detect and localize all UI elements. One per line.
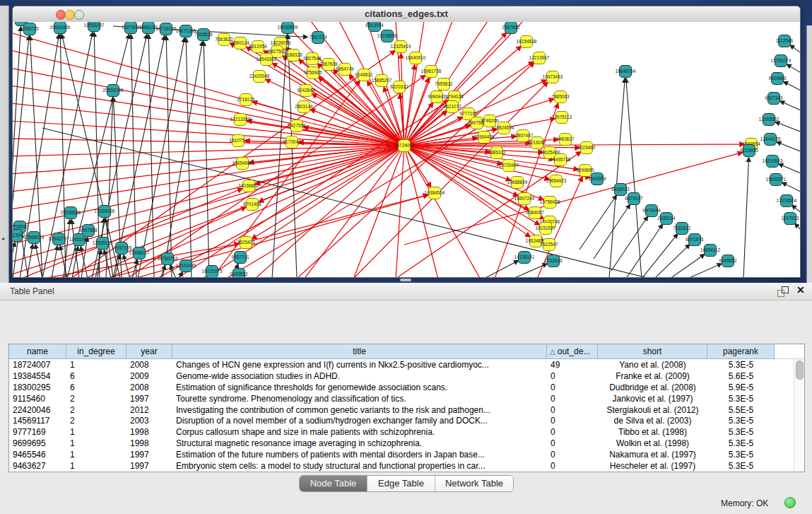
float-panel-icon[interactable] <box>777 286 789 296</box>
tab-node-table[interactable]: Node Table <box>300 476 367 491</box>
table-cell[interactable]: 2009 <box>126 371 172 381</box>
table-cell[interactable]: 2 <box>66 394 126 404</box>
table-cell[interactable]: Corpus callosum shape and size in male p… <box>172 427 547 437</box>
table-cell[interactable]: 5.3E-5 <box>707 438 775 448</box>
table-cell[interactable]: Estimation of significance thresholds fo… <box>172 382 547 392</box>
table-row[interactable]: 911546021997Tourette syndrome. Phenomeno… <box>9 393 804 404</box>
table-cell[interactable]: 1 <box>66 438 126 448</box>
table-cell[interactable]: 1 <box>66 427 126 437</box>
table-cell[interactable]: 1 <box>66 461 126 471</box>
column-header-short[interactable]: short <box>598 344 707 359</box>
right-panel-collapse-strip[interactable] <box>806 25 812 283</box>
table-cell[interactable]: Investigating the contribution of common… <box>172 405 547 415</box>
table-cell[interactable]: 9463627 <box>9 461 66 471</box>
network-window-titlebar[interactable]: citations_edges.txt <box>13 6 800 23</box>
table-row[interactable]: 977716911998Corpus callosum shape and si… <box>9 426 804 438</box>
table-row[interactable]: 1872400712008Changes of HCN gene express… <box>9 359 804 370</box>
table-cell[interactable]: 18300295 <box>9 382 66 392</box>
table-row[interactable]: 2242004622012Investigating the contribut… <box>9 404 804 416</box>
column-header-title[interactable]: title <box>172 344 547 359</box>
table-cell[interactable]: de Silva et al. (2003) <box>598 416 707 426</box>
table-row[interactable]: 1938455462009Genome-wide association stu… <box>9 370 804 382</box>
column-header-in-degree[interactable]: in_degree <box>66 344 126 359</box>
table-cell[interactable]: 5.5E-5 <box>707 405 775 415</box>
table-cell[interactable]: Stergiakouli et al. (2012) <box>598 405 707 415</box>
collapse-left-arrow-icon[interactable]: ◂ <box>1 236 4 242</box>
table-cell[interactable]: 0 <box>547 438 598 448</box>
table-cell[interactable]: 14569117 <box>9 416 66 426</box>
tab-edge-table[interactable]: Edge Table <box>367 476 435 491</box>
table-cell[interactable]: 49 <box>547 360 598 370</box>
table-cell[interactable]: Genome-wide association studies in ADHD. <box>172 371 547 381</box>
memory-ok-indicator[interactable] <box>784 497 796 508</box>
table-cell[interactable]: 0 <box>547 405 598 415</box>
table-row[interactable]: 946554611997Estimation of the future num… <box>9 449 804 460</box>
table-cell[interactable]: Tibbo et al. (1998) <box>598 427 707 437</box>
table-cell[interactable]: Nakamura et al. (1997) <box>598 450 707 460</box>
table-cell[interactable]: Dudbridge et al. (2008) <box>598 382 707 392</box>
table-row[interactable]: 969969511998Structural magnetic resonanc… <box>9 438 804 449</box>
table-cell[interactable]: 2012 <box>126 405 172 415</box>
table-cell[interactable]: Embryonic stem cells: a model to study s… <box>172 461 547 471</box>
table-cell[interactable]: 1997 <box>126 394 172 404</box>
table-cell[interactable]: 1997 <box>126 450 172 460</box>
left-panel-collapse-strip[interactable]: ◂ <box>0 6 9 283</box>
table-cell[interactable]: 2 <box>66 416 126 426</box>
table-row[interactable]: 946362711997Embryonic stem cells: a mode… <box>9 460 804 472</box>
table-cell[interactable]: 5.3E-5 <box>707 416 775 426</box>
table-cell[interactable]: 5.3E-5 <box>707 360 775 370</box>
table-cell[interactable]: Hescheler et al. (1997) <box>598 461 707 471</box>
column-header-year[interactable]: year <box>126 344 172 359</box>
table-cell[interactable]: 18724007 <box>9 360 66 370</box>
table-cell[interactable]: 9699695 <box>9 438 66 448</box>
table-cell[interactable]: 0 <box>547 450 598 460</box>
table-cell[interactable]: 19384554 <box>9 371 66 381</box>
table-cell[interactable]: 5.3E-5 <box>707 427 775 437</box>
table-cell[interactable]: 0 <box>547 382 598 392</box>
table-cell[interactable]: 5.9E-5 <box>707 382 775 392</box>
table-cell[interactable]: Yano et al. (2008) <box>598 360 707 370</box>
table-cell[interactable]: Jankovic et al. (1997) <box>598 394 707 404</box>
table-cell[interactable]: 6 <box>66 371 126 381</box>
table-cell[interactable]: 5.3E-5 <box>707 450 775 460</box>
table-cell[interactable]: 5.3E-5 <box>707 394 775 404</box>
column-header-name[interactable]: name <box>9 344 66 359</box>
table-cell[interactable]: 0 <box>547 461 598 471</box>
table-cell[interactable]: 0 <box>547 416 598 426</box>
table-cell[interactable]: 2003 <box>126 416 172 426</box>
table-cell[interactable]: 1 <box>66 360 126 370</box>
table-cell[interactable]: 6 <box>66 382 126 392</box>
table-cell[interactable]: 5.3E-5 <box>707 461 775 471</box>
table-cell[interactable]: 9465546 <box>9 450 66 460</box>
column-header-out-degree[interactable]: △ out_de... <box>547 344 598 359</box>
table-scrollbar-thumb[interactable] <box>796 361 804 380</box>
column-header-pagerank[interactable]: pagerank <box>707 344 775 359</box>
table-cell[interactable]: 0 <box>547 371 598 381</box>
close-panel-icon[interactable]: ✕ <box>796 284 805 296</box>
table-cell[interactable]: 9777169 <box>9 427 66 437</box>
table-cell[interactable]: 1 <box>66 450 126 460</box>
table-row[interactable]: 1830029562008Estimation of significance … <box>9 382 804 393</box>
table-cell[interactable]: 2 <box>66 405 126 415</box>
table-cell[interactable]: Franke et al. (2009) <box>598 371 707 381</box>
table-cell[interactable]: Wolkin et al. (1998) <box>598 438 707 448</box>
table-cell[interactable]: Changes of HCN gene expression and I(f) … <box>172 360 547 370</box>
table-cell[interactable]: Structural magnetic resonance image aver… <box>172 438 547 448</box>
table-cell[interactable]: 9115460 <box>9 394 66 404</box>
table-cell[interactable]: 5.6E-5 <box>707 371 775 381</box>
table-cell[interactable]: 0 <box>547 394 598 404</box>
table-cell[interactable]: 1997 <box>126 461 172 471</box>
network-canvas[interactable]: 1872400712325419166409101696175879558129… <box>13 22 800 277</box>
panel-splitter-handle[interactable] <box>400 279 411 281</box>
tab-network-table[interactable]: Network Table <box>435 476 513 491</box>
table-cell[interactable]: 1998 <box>126 427 172 437</box>
table-cell[interactable]: Tourette syndrome. Phenomenology and cla… <box>172 394 547 404</box>
table-cell[interactable]: 1998 <box>126 438 172 448</box>
table-cell[interactable]: 2008 <box>126 360 172 370</box>
table-scrollbar[interactable] <box>794 359 804 472</box>
table-cell[interactable]: 22420046 <box>9 405 66 415</box>
table-cell[interactable]: 0 <box>547 427 598 437</box>
table-row[interactable]: 1456911722003Disruption of a novel membe… <box>9 415 804 426</box>
table-cell[interactable]: Disruption of a novel member of a sodium… <box>172 416 547 426</box>
table-cell[interactable]: Estimation of the future numbers of pati… <box>172 450 547 460</box>
